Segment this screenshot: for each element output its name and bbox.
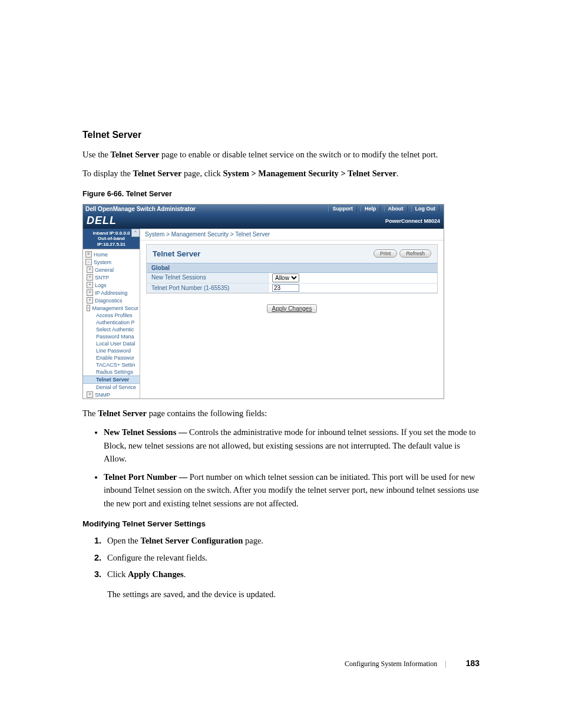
tree-label: Management Secur — [92, 305, 138, 311]
logo-bar: DELL PowerConnect M8024 — [83, 213, 444, 229]
tree-local-user[interactable]: Local User Datal — [83, 340, 140, 347]
panel-title: Telnet Server — [153, 249, 200, 258]
home-icon: ≡ — [85, 251, 92, 258]
telnet-port-input[interactable] — [272, 284, 299, 292]
bullet-label: New Telnet Sessions — — [104, 427, 189, 437]
tree-label: Select Authentic — [96, 327, 134, 332]
post-figure-text: The Telnet Server page contains the foll… — [82, 407, 480, 420]
tree-label: Enable Passwor — [96, 355, 134, 361]
post-steps-text: The settings are saved, and the device i… — [107, 589, 480, 599]
titlebar: Dell OpenManage Switch Administrator Sup… — [83, 205, 444, 213]
tree-denial-of-service[interactable]: Denial of Service — [83, 384, 140, 391]
text: The — [82, 409, 98, 418]
text: page contains the following fields: — [147, 409, 267, 418]
tree-label: Password Mana — [96, 334, 134, 340]
tree-password-mgmt[interactable]: Password Mana — [83, 333, 140, 340]
tree-label: Access Profiles — [96, 312, 133, 318]
text: Open the — [107, 536, 140, 545]
tree-snmp[interactable]: +SNMP — [83, 391, 140, 398]
text: Click — [107, 569, 128, 579]
tree-label: IP Addressing — [95, 290, 127, 296]
oob-ip: Out-of-band IP:10.27.5.31 — [84, 236, 138, 247]
field-bullets: New Telnet Sessions — Controls the admin… — [82, 426, 480, 510]
plus-icon: + — [87, 391, 93, 398]
tree-label: SNTP — [95, 275, 109, 281]
page-footer: Configuring System Information | 183 — [82, 658, 480, 668]
tree-label: Telnet Server — [96, 377, 129, 383]
sidebar: ^ Inband IP:0.0.0.0 Out-of-band IP:10.27… — [83, 229, 140, 398]
refresh-button[interactable]: Refresh — [399, 249, 431, 258]
tree-telnet-server[interactable]: Telnet Server — [83, 375, 140, 384]
text: page. — [243, 536, 263, 545]
nav-path: System > Management Security > Telnet Se… — [223, 169, 396, 178]
plus-icon: + — [87, 274, 93, 281]
step-item: Click Apply Changes. — [104, 568, 480, 581]
tree-label: Local User Datal — [96, 341, 135, 347]
tree-tacacs[interactable]: TACACS+ Settin — [83, 361, 140, 368]
text-bold: Telnet Server — [98, 409, 147, 418]
tree-sntp[interactable]: +SNTP — [83, 274, 140, 281]
text: . — [396, 169, 399, 178]
plus-icon: + — [87, 289, 93, 296]
tree-ip-addressing[interactable]: +IP Addressing — [83, 289, 140, 297]
dell-logo: DELL — [87, 215, 117, 227]
nav-logout[interactable]: Log Out — [411, 206, 440, 212]
tree-general[interactable]: +General — [83, 266, 140, 274]
group-header-global: Global — [147, 263, 437, 273]
tree-radius[interactable]: Radius Settings — [83, 368, 140, 375]
tree-label: Diagnostics — [95, 298, 123, 304]
panel-header: Telnet Server Print Refresh — [147, 245, 437, 263]
intro-paragraph-2: To display the Telnet Server page, click… — [82, 167, 480, 180]
minus-icon: - — [85, 259, 92, 265]
nav-tree: ≡Home -System +General +SNTP +Logs +IP A… — [83, 249, 140, 398]
text-bold: Telnet Server Configuration — [140, 536, 243, 545]
tree-label: TACACS+ Settin — [96, 362, 135, 368]
screenshot: Dell OpenManage Switch Administrator Sup… — [82, 204, 444, 399]
text: . — [184, 569, 186, 579]
plus-icon: + — [87, 297, 93, 304]
plus-icon: + — [87, 282, 93, 288]
intro-paragraph-1: Use the Telnet Server page to enable or … — [82, 149, 480, 162]
inband-ip: Inband IP:0.0.0.0 — [84, 230, 138, 236]
panel: Telnet Server Print Refresh Global New T… — [146, 244, 438, 294]
text-bold: Apply Changes — [128, 569, 184, 579]
step-item: Open the Telnet Server Configuration pag… — [104, 534, 480, 547]
nav-about[interactable]: About — [384, 206, 408, 212]
tree-label: Logs — [95, 282, 107, 288]
apply-changes-button[interactable]: Apply Changes — [267, 304, 318, 313]
print-button[interactable]: Print — [373, 249, 398, 258]
scroll-up-icon[interactable]: ^ — [131, 229, 140, 237]
tree-enable-password[interactable]: Enable Passwor — [83, 354, 140, 361]
tree-logs[interactable]: +Logs — [83, 281, 140, 289]
bullet-label: Telnet Port Number — — [104, 472, 190, 482]
footer-section: Configuring System Information — [345, 660, 437, 668]
tree-diagnostics[interactable]: +Diagnostics — [83, 297, 140, 304]
steps-list: Open the Telnet Server Configuration pag… — [82, 534, 480, 581]
tree-authentication[interactable]: Authentication P — [83, 319, 140, 326]
text: Configure the relevant fields. — [107, 553, 207, 562]
row-new-telnet-sessions: New Telnet Sessions Allow — [147, 273, 437, 284]
tree-label: General — [95, 267, 114, 273]
tree-line-password[interactable]: Line Password — [83, 347, 140, 354]
text-bold: Telnet Server — [133, 169, 182, 178]
tree-label: Home — [94, 252, 108, 258]
plus-icon: + — [87, 266, 93, 273]
field-label: Telnet Port Number (1-65535) — [147, 284, 269, 292]
nav-support[interactable]: Support — [328, 206, 357, 212]
tree-home[interactable]: ≡Home — [83, 251, 140, 258]
list-item: New Telnet Sessions — Controls the admin… — [104, 426, 480, 465]
new-telnet-sessions-select[interactable]: Allow — [272, 274, 299, 282]
tree-mgmt-security[interactable]: -Management Secur — [83, 304, 140, 312]
tree-select-auth[interactable]: Select Authentic — [83, 326, 140, 333]
list-item: Telnet Port Number — Port number on whic… — [104, 470, 480, 510]
step-item: Configure the relevant fields. — [104, 551, 480, 564]
tree-system[interactable]: -System — [83, 258, 140, 266]
field-label: New Telnet Sessions — [147, 273, 269, 283]
tree-label: SNMP — [95, 392, 110, 398]
text: page, click — [181, 169, 223, 178]
nav-help[interactable]: Help — [361, 206, 381, 212]
device-model: PowerConnect M8024 — [385, 218, 440, 224]
tree-label: Line Password — [96, 348, 131, 354]
tree-label: Denial of Service — [96, 384, 136, 390]
tree-access-profiles[interactable]: Access Profiles — [83, 312, 140, 319]
